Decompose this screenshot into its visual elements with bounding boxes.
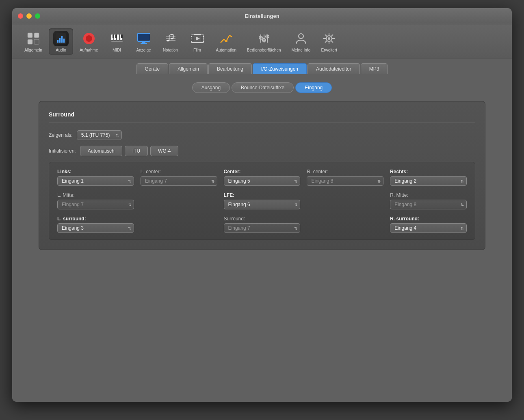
subtab-ausgang[interactable]: Ausgang [192, 82, 230, 93]
minimize-button[interactable] [26, 13, 32, 19]
init-wg4-button[interactable]: WG-4 [150, 146, 178, 156]
init-buttons: Automatisch ITU WG-4 [80, 146, 179, 156]
rsurround-select[interactable]: Eingang 4Eingang 1Eingang 2 [390, 223, 467, 233]
midi-icon [109, 31, 125, 46]
toolbar-item-erweitert[interactable]: Erweitert [317, 28, 341, 55]
info-icon [293, 31, 309, 46]
svg-rect-21 [142, 41, 145, 43]
links-select[interactable]: Eingang 1Eingang 2Eingang 3 Eingang 4Ein… [57, 176, 134, 186]
svg-point-47 [266, 36, 268, 37]
audio-icon [53, 31, 69, 46]
channel-cell-empty-2-2 [141, 192, 217, 209]
toolbar-item-aufnahme[interactable]: Aufnahme [76, 28, 102, 55]
channel-row-2: L. Mitte: Eingang 7Eingang 1 LFE: [57, 192, 467, 209]
channel-cell-empty-3-2 [141, 216, 217, 233]
toolbar-item-midi[interactable]: MIDI [105, 28, 129, 55]
svg-rect-13 [117, 34, 119, 40]
lmitte-select[interactable]: Eingang 7Eingang 1 [57, 200, 134, 209]
rechts-select[interactable]: Eingang 2Eingang 1Eingang 3 [390, 176, 467, 186]
init-label: Initialisieren: [49, 148, 76, 154]
zeigen-als-select[interactable]: 5.1 (ITU 775) 5.1 7.1 Stereo [77, 130, 122, 140]
links-label: Links: [57, 169, 134, 174]
center-select-wrapper: Eingang 5Eingang 1Eingang 2 [224, 176, 301, 186]
anzeige-icon [136, 31, 152, 46]
rmitte-select-wrapper: Eingang 8Eingang 1 [390, 200, 467, 209]
automation-icon [219, 31, 234, 46]
bedien-icon [256, 31, 272, 46]
toolbar-item-audio[interactable]: Audio [49, 28, 73, 55]
svg-point-51 [328, 37, 330, 40]
film-label: Film [193, 48, 201, 52]
subtab-bounce[interactable]: Bounce-Dateisuffixe [232, 82, 294, 93]
aufnahme-icon [81, 31, 97, 46]
lsurround-select[interactable]: Eingang 3Eingang 1Eingang 2 [57, 223, 134, 233]
svg-rect-22 [141, 43, 147, 44]
svg-rect-5 [57, 40, 58, 43]
subtab-eingang[interactable]: Eingang [295, 82, 332, 93]
toolbar-item-anzeige[interactable]: Anzeige [132, 28, 156, 55]
svg-rect-8 [63, 39, 65, 43]
rechts-label: Rechts: [390, 169, 467, 174]
lfe-select[interactable]: Eingang 6Eingang 1Eingang 2 [224, 200, 301, 209]
surround-label: Surround: [224, 216, 301, 222]
channel-cell-rcenter: R. center: Eingang 8Eingang 1Eingang 2 [307, 169, 383, 186]
sub-tabs-row: Ausgang Bounce-Dateisuffixe Eingang [20, 82, 504, 93]
svg-rect-17 [121, 34, 123, 38]
close-button[interactable] [18, 13, 23, 19]
info-label: Meine Info [292, 48, 311, 52]
maximize-button[interactable] [35, 13, 40, 19]
svg-rect-34 [201, 34, 204, 36]
init-row: Initialisieren: Automatisch ITU WG-4 [49, 146, 475, 156]
erweitert-label: Erweitert [321, 48, 337, 52]
center-select[interactable]: Eingang 5Eingang 1Eingang 2 [224, 176, 301, 186]
channel-cell-lsurround: L. surround: Eingang 3Eingang 1Eingang 2 [57, 216, 134, 233]
links-select-wrapper: Eingang 1Eingang 2Eingang 3 Eingang 4Ein… [57, 176, 134, 186]
notation-label: Notation [163, 48, 178, 52]
toolbar-item-bedien[interactable]: Bedienoberflächen [243, 28, 285, 55]
tab-allgemein[interactable]: Allgemein [169, 63, 208, 74]
midi-label: MIDI [113, 48, 121, 52]
svg-rect-15 [113, 34, 114, 38]
channel-row-1: Links: Eingang 1Eingang 2Eingang 3 Einga… [57, 169, 467, 186]
tabs-row: Geräte Allgemein Bearbeitung I/O-Zuweisu… [136, 63, 388, 74]
toolbar-item-notation[interactable]: Notation [158, 28, 183, 55]
svg-point-38 [225, 40, 227, 42]
tab-geraete[interactable]: Geräte [136, 63, 169, 74]
rmitte-select[interactable]: Eingang 8Eingang 1 [390, 200, 467, 209]
channel-cell-rsurround: R. surround: Eingang 4Eingang 1Eingang 2 [390, 216, 467, 233]
init-automatisch-button[interactable]: Automatisch [80, 146, 122, 156]
tabs-container: Geräte Allgemein Bearbeitung I/O-Zuweisu… [12, 58, 512, 74]
allgemein-label: Allgemein [24, 48, 42, 52]
init-itu-button[interactable]: ITU [125, 146, 148, 156]
rmitte-label: R. Mitte: [390, 192, 467, 198]
svg-rect-7 [61, 36, 63, 43]
svg-rect-0 [28, 33, 32, 38]
lcenter-select[interactable]: Eingang 7Eingang 1Eingang 2 [141, 176, 217, 186]
surround-select[interactable]: Eingang 7Eingang 1 [224, 223, 301, 233]
main-content: Ausgang Bounce-Dateisuffixe Eingang Surr… [12, 74, 512, 402]
rcenter-select[interactable]: Eingang 8Eingang 1Eingang 2 [307, 176, 383, 186]
tab-mp3[interactable]: MP3 [361, 63, 388, 74]
surround-select-wrapper: Eingang 7Eingang 1 [224, 223, 301, 233]
window-controls [18, 13, 40, 19]
tab-audiodateieditor[interactable]: Audiodateieditor [307, 63, 360, 74]
svg-rect-3 [34, 39, 39, 44]
svg-point-44 [263, 39, 265, 41]
rsurround-label: R. surround: [390, 216, 467, 222]
tab-io-zuweisungen[interactable]: I/O-Zuweisungen [253, 63, 307, 74]
rcenter-label: R. center: [307, 169, 383, 174]
rsurround-select-wrapper: Eingang 4Eingang 1Eingang 2 [390, 223, 467, 233]
channel-cell-rechts: Rechts: Eingang 2Eingang 1Eingang 3 [390, 169, 467, 186]
anzeige-label: Anzeige [136, 48, 151, 52]
zeigen-als-select-wrapper: 5.1 (ITU 775) 5.1 7.1 Stereo [77, 130, 122, 140]
lcenter-select-wrapper: Eingang 7Eingang 1Eingang 2 [141, 176, 217, 186]
svg-rect-20 [138, 34, 150, 41]
toolbar-item-info[interactable]: Meine Info [288, 28, 315, 55]
rechts-select-wrapper: Eingang 2Eingang 1Eingang 3 [390, 176, 467, 186]
tab-bearbeitung[interactable]: Bearbeitung [208, 63, 252, 74]
toolbar-item-film[interactable]: Film [185, 28, 210, 55]
toolbar-item-automation[interactable]: Automation [212, 28, 241, 55]
toolbar-item-allgemein[interactable]: Allgemein [20, 28, 46, 55]
notation-icon [163, 31, 178, 46]
aufnahme-label: Aufnahme [80, 48, 98, 52]
